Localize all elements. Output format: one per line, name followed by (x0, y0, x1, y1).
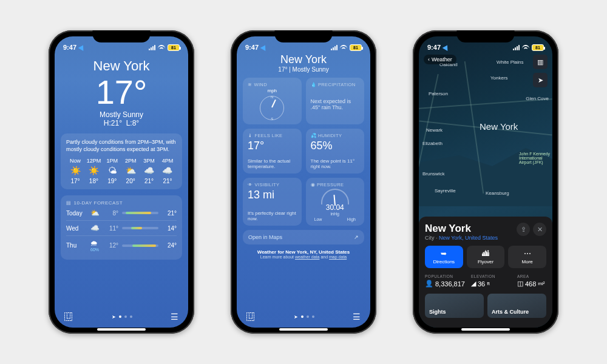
eye-icon: 👁 (248, 182, 253, 187)
precip-desc: Next expected is .45" rain Thu. (311, 98, 360, 110)
area-icon: ◫ (517, 280, 523, 288)
attr-location: Weather for New York, NY, United States (243, 249, 364, 255)
daily-card[interactable]: ▤ 10-DAY FORECAST Today ⛅️ 8° 21°Wed ☁️ … (61, 195, 182, 260)
battery-icon: 81 (168, 44, 180, 51)
battery-icon: 81 (532, 44, 544, 51)
place-subtitle: City · New York, United States (425, 235, 498, 241)
hourly-item: 3PM☁️21° (140, 158, 158, 184)
wind-tile[interactable]: ≋WIND mph N S (243, 78, 302, 124)
map-label: Sayreville (435, 188, 456, 194)
wifi-icon (158, 45, 165, 50)
status-time: 9:47 (427, 44, 441, 51)
list-icon[interactable]: ☰ (171, 312, 178, 322)
compass-s: S (271, 117, 273, 121)
hourly-item: 2PM⛅️20° (121, 158, 140, 184)
signal-icon (513, 45, 520, 50)
buildings-icon: 🏙 (469, 249, 503, 258)
wind-header: WIND (254, 82, 267, 87)
map-icon[interactable]: ⿶ (64, 312, 73, 322)
pressure-gauge (321, 189, 349, 204)
share-button[interactable]: ⇪ (517, 223, 530, 236)
attr-prefix: Learn more about (260, 255, 295, 259)
category-sights[interactable]: Sights (425, 294, 484, 318)
feels-header: FEELS LIKE (254, 133, 282, 138)
daily-list: Today ⛅️ 8° 21°Wed ☁️ 11° 14°Thu 🌧60% 12… (66, 206, 177, 255)
screen: 9:47 81 New York 17° | Mostly Sunny ≋WIN… (237, 36, 370, 328)
back-to-weather[interactable]: ‹ Weather (424, 55, 456, 64)
home-indicator[interactable] (97, 328, 146, 331)
notch (457, 30, 515, 42)
wind-icon: ≋ (248, 82, 252, 87)
screen: 9:47 81 Oakland White Plains Yonkers Pat… (419, 36, 552, 328)
condition-subline: 17° | Mostly Sunny (243, 66, 364, 73)
condition-text: Mostly Sunny (61, 110, 182, 119)
map-label: Yonkers (490, 75, 508, 81)
weather-detail-content[interactable]: New York 17° | Mostly Sunny ≋WIND mph N … (237, 36, 370, 328)
map-data-link[interactable]: map data (329, 255, 347, 259)
bottom-toolbar: ⿶ ➤ ☰ (237, 312, 370, 322)
humidity-value: 65% (311, 140, 360, 152)
visibility-tile[interactable]: 👁VISIBILITY 13 mi It's perfectly clear r… (243, 178, 302, 226)
visibility-value: 13 mi (248, 189, 297, 201)
list-icon[interactable]: ☰ (353, 312, 361, 322)
place-stats[interactable]: POPULATION 👤8,336,817 ELEVATION ◢36ft AR… (425, 274, 546, 288)
close-button[interactable]: ✕ (533, 223, 546, 236)
notch (93, 30, 151, 42)
humidity-tile[interactable]: 💦HUMIDITY 65% The dew point is 11° right… (306, 129, 365, 174)
city-name: New York (61, 58, 182, 74)
stat-header: AREA (517, 274, 546, 278)
notch (275, 30, 333, 42)
map-label: Elizabeth (422, 141, 443, 146)
more-button[interactable]: ⋯ More (508, 246, 546, 268)
weather-content[interactable]: New York 17° Mostly Sunny H:21° L:8° Par… (55, 36, 188, 328)
daily-row[interactable]: Thu 🌧60% 12° 24° (66, 235, 177, 255)
hourly-item: 12PM☀️18° (84, 158, 103, 184)
hourly-item: 4PM☁️21° (158, 158, 177, 184)
place-region-link[interactable]: New York, United States (439, 235, 498, 241)
mountain-icon: ◢ (471, 280, 476, 288)
phone-maps: 9:47 81 Oakland White Plains Yonkers Pat… (413, 30, 558, 334)
map-icon[interactable]: ⿶ (246, 312, 255, 322)
stat-value: 468 (525, 280, 536, 288)
place-sheet[interactable]: New York City · New York, United States … (419, 217, 552, 328)
map-label-airport: John F Kennedy International Airport (JF… (519, 152, 550, 164)
page-dots[interactable]: ➤ (112, 314, 132, 320)
map-layers-button[interactable]: ▥ (533, 55, 548, 69)
feels-like-tile[interactable]: 🌡FEELS LIKE 17° Similar to the actual te… (243, 129, 302, 174)
stat-value: 36 (478, 280, 485, 288)
daily-row[interactable]: Today ⛅️ 8° 21° (66, 206, 177, 220)
open-maps-label: Open in Maps (248, 234, 282, 240)
weather-data-link[interactable]: weather data (295, 255, 319, 259)
home-indicator[interactable] (461, 328, 510, 331)
hourly-item: Now☀️17° (66, 158, 84, 184)
pressure-low-label: Low (314, 217, 322, 221)
screen: 9:47 81 New York 17° Mostly Sunny H:21° … (55, 36, 188, 328)
precipitation-tile[interactable]: 💧PRECIPITATION Next expected is .45" rai… (306, 78, 365, 124)
home-indicator[interactable] (279, 328, 328, 331)
map-label: Glen Cove (526, 96, 549, 101)
category-arts[interactable]: Arts & Culture (487, 294, 546, 318)
pressure-unit: inHg (311, 212, 360, 216)
page-dots[interactable]: ➤ (294, 314, 314, 320)
hourly-card[interactable]: Partly cloudy conditions from 2PM–3PM, w… (61, 133, 182, 189)
map-locate-button[interactable]: ➤ (533, 73, 548, 87)
pressure-tile[interactable]: ◉PRESSURE 30.04 inHg Low High (306, 178, 365, 226)
visibility-header: VISIBILITY (254, 182, 279, 187)
attr-mid: and (319, 255, 329, 259)
open-in-maps-row[interactable]: Open in Maps ↗ (243, 230, 364, 244)
map-label: Newark (426, 127, 443, 133)
stat-area: AREA ◫468mi² (517, 274, 546, 288)
hourly-strip[interactable]: Now☀️17°12PM☀️18°1PM🌤19°2PM⛅️20°3PM☁️21°… (66, 158, 177, 184)
pressure-header: PRESSURE (317, 182, 344, 187)
stat-header: ELEVATION (471, 274, 510, 278)
hourly-item: 1PM🌤19° (103, 158, 121, 184)
signal-icon (331, 45, 337, 50)
flyover-button[interactable]: 🏙 Flyover (467, 246, 505, 268)
low-temp: L:8° (126, 119, 139, 127)
location-icon (260, 44, 268, 51)
directions-button[interactable]: ➥ Directions (425, 246, 463, 268)
wifi-icon (340, 45, 347, 50)
feels-desc: Similar to the actual temperature. (248, 158, 297, 169)
high-temp: H:21° (104, 119, 122, 127)
daily-row[interactable]: Wed ☁️ 11° 14° (66, 220, 177, 235)
